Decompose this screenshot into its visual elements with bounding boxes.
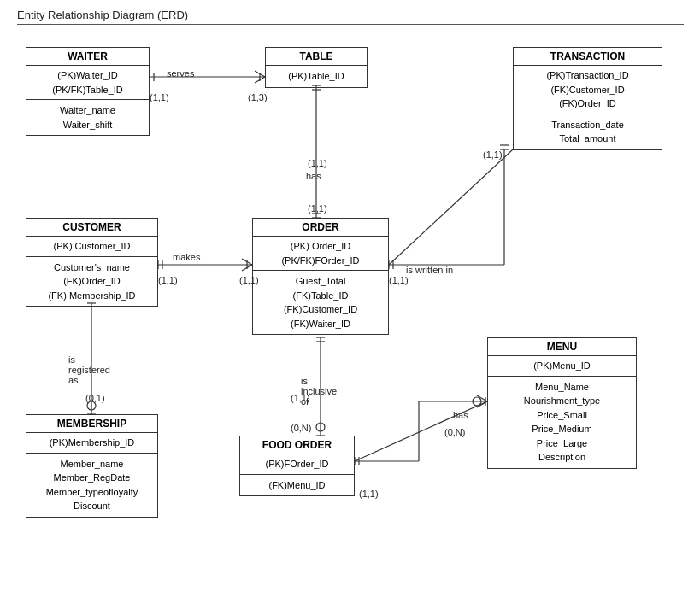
membership-header: MEMBERSHIP: [26, 415, 157, 433]
order-header: ORDER: [253, 219, 388, 237]
label-has: has: [306, 171, 321, 181]
entity-membership: MEMBERSHIP (PK)Membership_ID Member_name…: [26, 414, 158, 518]
card-o-makes: (1,1): [239, 275, 259, 285]
svg-line-4: [255, 77, 265, 83]
page-title: Entity Relationship Diagram (ERD): [17, 9, 188, 21]
food-order-attrs: (FK)Menu_ID: [240, 475, 354, 496]
title-divider: [17, 24, 684, 25]
card-o1: (1,1): [308, 203, 327, 214]
label-makes: makes: [173, 252, 200, 262]
card-o-written: (1,1): [389, 275, 409, 285]
card-mem1: (0,1): [85, 393, 105, 403]
card-w1: (1,1): [150, 92, 169, 102]
food-order-header: FOOD ORDER: [240, 436, 354, 454]
customer-attrs: Customer's_name(FK)Order_ID(FK) Membersh…: [26, 257, 157, 307]
svg-line-41: [477, 395, 487, 401]
label-serves: serves: [167, 68, 194, 79]
membership-attrs: Member_nameMember_RegDateMember_typeoflo…: [26, 454, 157, 517]
waiter-header: WAITER: [26, 48, 149, 66]
card-fo1: (0,N): [291, 423, 311, 433]
card-m1: (0,N): [444, 427, 465, 437]
customer-pk-fk: (PK) Customer_ID: [26, 237, 157, 257]
transaction-pk-fk: (PK)Transaction_ID(FK)Customer_ID(FK)Ord…: [514, 66, 662, 114]
menu-attrs: Menu_NameNourishment_typePrice_SmallPric…: [488, 377, 636, 468]
svg-point-39: [473, 397, 481, 406]
card-o-inclusive: (1,1): [291, 393, 310, 403]
menu-pk-fk: (PK)Menu_ID: [488, 356, 636, 377]
membership-pk-fk: (PK)Membership_ID: [26, 433, 157, 454]
order-attrs: Guest_Total(FK)Table_ID(FK)Customer_ID(F…: [253, 271, 388, 334]
card-w2: (1,3): [248, 92, 268, 102]
card-fo2: (1,1): [359, 489, 379, 499]
svg-line-17: [389, 149, 513, 265]
menu-header: MENU: [488, 338, 636, 356]
label-is-written-in: is written in: [406, 265, 453, 275]
entity-table: TABLE (PK)Table_ID: [265, 47, 368, 88]
entity-waiter: WAITER (PK)Waiter_ID (PK/FK)Table_ID Wai…: [26, 47, 150, 136]
label-is-registered-as: isregisteredas: [68, 354, 110, 385]
entity-food-order: FOOD ORDER (PK)FOrder_ID (FK)Menu_ID: [239, 436, 355, 496]
svg-point-31: [316, 423, 325, 431]
table-header: TABLE: [266, 48, 367, 66]
transaction-attrs: Transaction_dateTotal_amount: [514, 114, 662, 149]
order-pk-fk: (PK) Order_ID(PK/FK)FOrder_ID: [253, 237, 388, 271]
card-t1: (1,1): [308, 158, 327, 168]
waiter-pk-fk: (PK)Waiter_ID (PK/FK)Table_ID: [26, 66, 149, 100]
entity-customer: CUSTOMER (PK) Customer_ID Customer's_nam…: [26, 218, 158, 307]
label-has-menu: has: [453, 410, 468, 420]
entity-transaction: TRANSACTION (PK)Transaction_ID(FK)Custom…: [513, 47, 662, 150]
customer-header: CUSTOMER: [26, 219, 157, 237]
svg-line-3: [255, 71, 265, 77]
transaction-header: TRANSACTION: [514, 48, 662, 66]
food-order-pk-fk: (PK)FOrder_ID: [240, 454, 354, 475]
card-c1: (1,1): [158, 275, 178, 285]
table-pk-fk: (PK)Table_ID: [266, 66, 367, 87]
svg-line-42: [477, 401, 487, 407]
card-tr1: (1,1): [483, 149, 503, 160]
waiter-attrs: Waiter_nameWaiter_shift: [26, 100, 149, 135]
svg-line-14: [242, 259, 252, 265]
entity-order: ORDER (PK) Order_ID(PK/FK)FOrder_ID Gues…: [252, 218, 389, 335]
entity-menu: MENU (PK)Menu_ID Menu_NameNourishment_ty…: [487, 337, 637, 469]
svg-line-15: [242, 265, 252, 271]
